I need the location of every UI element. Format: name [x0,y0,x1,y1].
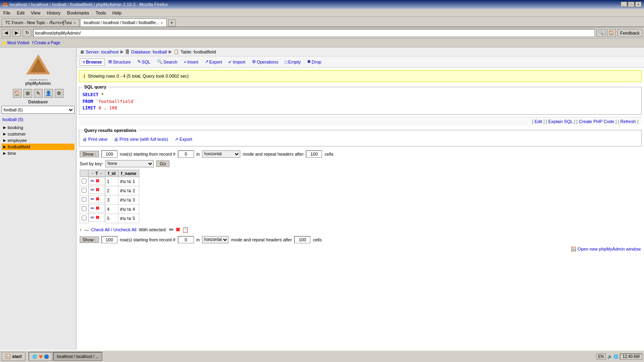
tab-drop[interactable]: ✖ Drop [304,58,324,66]
show-input-bottom[interactable] [101,236,118,243]
menu-help[interactable]: Help [111,10,123,16]
sidebar-home-icon[interactable]: 🏠 [13,89,22,98]
sidebar-db-icon[interactable]: ⊞ [23,89,32,98]
sort-left-arrow[interactable]: ← [91,171,95,175]
repeat-input-top[interactable] [306,150,322,158]
window-controls[interactable]: _ □ × [621,2,642,7]
maximize-button[interactable]: □ [628,2,634,7]
row-1-delete-icon[interactable]: ✖ [95,178,99,184]
tab-search[interactable]: 🔍 Search [154,58,180,66]
tab-export[interactable]: ↗ Export [202,58,225,66]
sidebar-item-employee[interactable]: ▶ employee [2,137,74,144]
tab-phpmyadmin[interactable]: localhost / localhost / football / footb… [80,19,167,27]
export-selected-icon[interactable]: 📋 [182,226,189,233]
tab-structure[interactable]: ⊞ Structure [105,58,134,66]
row-5-edit-icon[interactable]: ✏ [91,215,95,220]
row-4-delete-icon[interactable]: ✖ [95,206,99,211]
tab-operations[interactable]: ⚙ Operations [249,58,281,66]
row-4-checkbox[interactable] [82,206,87,211]
breadcrumb-server[interactable]: Server: localhost [86,49,119,54]
close-button[interactable]: × [635,2,642,7]
menu-edit[interactable]: Edit [15,10,26,16]
menu-tools[interactable]: Tools [94,10,108,16]
refresh-link[interactable]: Refresh [620,119,636,124]
sidebar-item-footballfield[interactable]: ▶ footballfield [2,144,74,150]
sidebar-item-time[interactable]: ▶ time [2,150,74,156]
row-3-checkbox[interactable] [82,197,87,202]
row-5-checkbox[interactable] [82,216,87,220]
forward-button[interactable]: ▶ [12,29,21,37]
row-3-delete-icon[interactable]: ✖ [95,196,99,202]
taskbar-phpmyadmin-item[interactable]: localhost / localhost / ... [53,352,102,361]
menu-bookmarks[interactable]: Bookmarks [66,10,91,16]
sidebar-settings-icon[interactable]: ⚙ [55,89,64,98]
feedback-button[interactable]: Feedback [617,29,642,37]
show-button-top[interactable]: Show : [80,151,99,157]
bookmark-create-page[interactable]: f Create a Page [32,41,60,45]
new-tab-button[interactable]: + [168,19,175,27]
search-icon: 🔍 [157,59,163,64]
bookmark-most-visited[interactable]: ⭐ Most Visited [2,41,29,45]
row-4-edit-icon[interactable]: ✏ [91,206,95,211]
action-links-row: [ Edit ] [ Explain SQL ] [ Create PHP Co… [79,117,642,125]
delete-selected-icon[interactable]: ✖ [175,226,180,233]
tab-sql[interactable]: ✎ SQL [134,58,153,66]
menu-file[interactable]: File [2,10,12,16]
create-php-link[interactable]: Create PHP Code [579,119,614,124]
tab-phpmyadmin-close[interactable]: × [161,21,163,25]
search-go-button[interactable]: 🔍 [597,29,605,37]
row-2-delete-icon[interactable]: ✖ [95,187,99,193]
sort-right-arrow[interactable]: → [99,171,103,175]
tab-empty[interactable]: □ Empty [282,58,303,66]
open-window-link[interactable]: 🪟 Open new phpMyAdmin window [571,247,641,251]
query-ops-fieldset: Query results operations 🖨 Print view 🖨 … [79,128,642,146]
sort-select[interactable]: None [105,160,154,167]
sql-limit-values: 0 , 100 [96,105,117,111]
sidebar-item-customer[interactable]: ▶ customer [2,131,74,137]
export-link[interactable]: ↗ Export [175,137,192,142]
col-f-id[interactable]: f_id [105,170,118,177]
edit-link[interactable]: Edit [535,119,542,124]
row-1-checkbox[interactable] [82,179,87,183]
check-all-link[interactable]: Check All / Uncheck All [91,227,137,232]
row-2-edit-icon[interactable]: ✏ [91,187,95,193]
address-bar: ◀ ▶ ↻ localhost/phpMyAdmin/ 🔍 🏠 Feedback [0,27,644,39]
sidebar-item-booking[interactable]: ▶ booking [2,124,74,131]
tab-forum[interactable]: TC Forum - New Topic - เริ่มกระทู้ใหม่ × [2,19,79,27]
print-view-link[interactable]: 🖨 Print view [83,137,107,142]
sidebar-priv-icon[interactable]: 👤 [44,89,53,98]
show-button-bottom[interactable]: Show : [80,237,99,243]
tab-insert[interactable]: + Insert [181,58,201,66]
sidebar-db-link[interactable]: football (5) [2,117,74,122]
tab-browse[interactable]: ≡ Browse [80,58,105,66]
sidebar-sql-icon[interactable]: ✎ [34,89,43,98]
start-button[interactable]: 🪟 start [2,352,25,361]
print-full-link[interactable]: 🖨 Print view (with full texts) [114,137,168,142]
address-input[interactable]: localhost/phpMyAdmin/ [33,29,595,37]
record-input-top[interactable] [178,150,194,158]
info-icon: ℹ [83,73,85,79]
mode-select-bottom[interactable]: horizontal [202,236,229,243]
sidebar-db-select[interactable]: football (5) [2,106,74,114]
mode-select-top[interactable]: horizontal vertical horizontalflipped [202,150,240,158]
row-1-edit-icon[interactable]: ✏ [91,178,95,184]
explain-sql-link[interactable]: Explain SQL [548,119,573,124]
col-f-name[interactable]: f_name [118,170,139,177]
repeat-input-bottom[interactable] [294,236,310,243]
breadcrumb-db[interactable]: Database: football [131,49,167,54]
menu-view[interactable]: View [29,10,42,16]
row-5-delete-icon[interactable]: ✖ [95,215,99,220]
edit-selected-icon[interactable]: ✏ [169,226,174,233]
reload-button[interactable]: ↻ [23,29,31,37]
show-input-top[interactable] [101,150,118,158]
row-2-checkbox[interactable] [82,188,87,193]
tab-import[interactable]: ↙ Import [225,58,248,66]
back-button[interactable]: ◀ [2,29,10,37]
minimize-button[interactable]: _ [621,2,627,7]
menu-history[interactable]: History [45,10,62,16]
home-button[interactable]: 🏠 [607,29,616,37]
row-3-edit-icon[interactable]: ✏ [91,196,95,202]
go-button[interactable]: Go [156,160,169,167]
tab-forum-close[interactable]: × [74,21,76,25]
record-input-bottom[interactable] [178,236,194,243]
